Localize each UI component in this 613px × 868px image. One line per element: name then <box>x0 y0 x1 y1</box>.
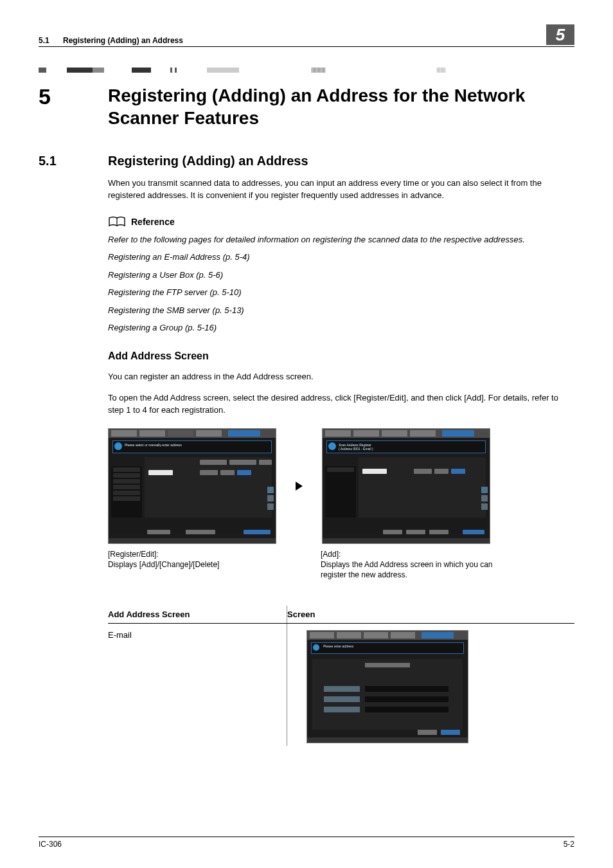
caption-right-label: [Add]: <box>321 549 513 559</box>
figure-row: Please select or manually enter address <box>108 428 574 544</box>
section-number: 5.1 <box>39 154 108 168</box>
table-cell-type: E-mail <box>108 624 287 746</box>
footer-left: IC-306 <box>39 840 62 849</box>
header-section-number: 5.1 <box>39 36 49 45</box>
screenshot-email-form: Please enter address <box>306 630 468 743</box>
section-title: Registering (Adding) an Address <box>108 154 308 168</box>
caption-right-desc: Displays the Add Address screen in which… <box>321 560 492 579</box>
reference-heading: Reference <box>108 216 574 228</box>
add-address-p2: To open the Add Address screen, select t… <box>108 392 574 417</box>
section-intro: When you transmit scanned data to addres… <box>108 177 574 202</box>
book-icon <box>108 216 126 228</box>
arrow-right-icon <box>296 482 303 491</box>
reference-item: Registering a Group (p. 5-16) <box>108 322 574 334</box>
table-col-add-address: Add Address Screen <box>108 606 287 624</box>
caption-left-label: [Register/Edit]: <box>108 549 275 559</box>
running-header: 5.1 Registering (Adding) an Address 5 <box>39 24 574 47</box>
add-address-heading: Add Address Screen <box>108 350 574 362</box>
chapter-title: Registering (Adding) an Address for the … <box>108 84 574 129</box>
chapter-badge: 5 <box>546 24 574 45</box>
section-heading: 5.1 Registering (Adding) an Address <box>39 154 574 168</box>
figure-captions: [Register/Edit]: Displays [Add]/[Change]… <box>108 549 574 581</box>
screenshot-add: Scan Address Register( Address 0001 - Em… <box>322 428 490 544</box>
add-address-table: Add Address Screen Screen E-mail <box>108 606 574 746</box>
decorative-stripes <box>39 68 574 73</box>
reference-item: Registering a User Box (p. 5-6) <box>108 269 574 281</box>
page-footer: IC-306 5-2 <box>39 836 574 849</box>
caption-right: [Add]: Displays the Add Address screen i… <box>321 549 513 581</box>
reference-item: Registering the FTP server (p. 5-10) <box>108 287 574 298</box>
caption-left-desc: Displays [Add]/[Change]/[Delete] <box>108 560 219 569</box>
table-row: E-mail Please enter address <box>108 624 574 746</box>
table-cell-screen: Please enter address <box>287 624 575 746</box>
reference-block: Reference Refer to the following pages f… <box>108 216 574 334</box>
add-address-p1: You can register an address in the Add A… <box>108 371 574 383</box>
header-section-title: Registering (Adding) an Address <box>63 36 183 45</box>
reference-item: Registering the SMB server (p. 5-13) <box>108 305 574 316</box>
header-left: 5.1 Registering (Adding) an Address <box>39 36 183 45</box>
caption-left: [Register/Edit]: Displays [Add]/[Change]… <box>108 549 275 581</box>
footer-right: 5-2 <box>564 840 574 849</box>
reference-lead: Refer to the following pages for detaile… <box>108 234 574 246</box>
screenshot-register-edit: Please select or manually enter address <box>108 428 276 544</box>
reference-item: Registering an E-mail Address (p. 5-4) <box>108 251 574 263</box>
chapter-number: 5 <box>39 84 108 109</box>
chapter-heading: 5 Registering (Adding) an Address for th… <box>39 84 574 129</box>
reference-label: Reference <box>131 217 175 227</box>
table-col-screen: Screen <box>287 606 575 624</box>
